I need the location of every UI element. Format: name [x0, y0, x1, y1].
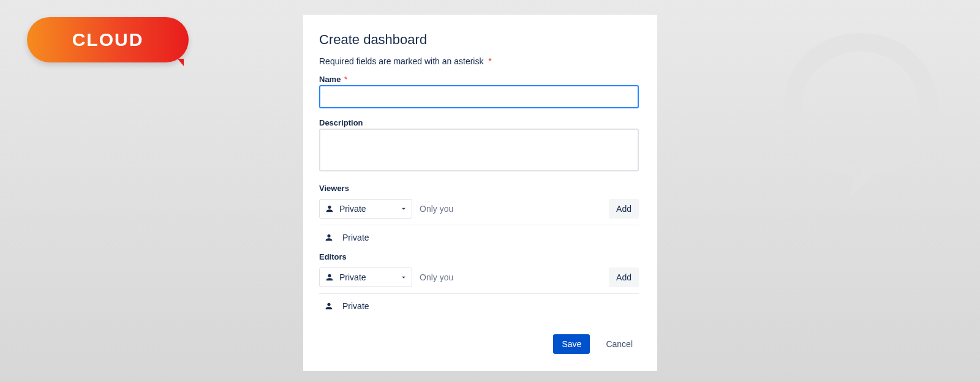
dialog-footer: Save Cancel	[319, 334, 639, 354]
person-icon	[325, 272, 334, 282]
save-button[interactable]: Save	[553, 334, 590, 354]
viewers-row: Private Only you Add	[319, 197, 639, 225]
editors-select[interactable]: Private	[319, 268, 412, 287]
editors-add-button[interactable]: Add	[609, 268, 639, 287]
viewers-listed-item: Private	[319, 225, 639, 249]
description-input[interactable]	[319, 129, 639, 171]
dialog-title: Create dashboard	[319, 32, 639, 48]
cloud-badge-text: CLOUD	[72, 29, 144, 50]
cancel-button[interactable]: Cancel	[600, 334, 639, 354]
viewers-listed-label: Private	[342, 233, 369, 242]
viewers-section-label: Viewers	[319, 184, 639, 193]
viewers-add-button[interactable]: Add	[609, 199, 639, 219]
viewers-select[interactable]: Private	[319, 199, 412, 219]
editors-section-label: Editors	[319, 252, 639, 261]
person-icon	[325, 204, 334, 214]
chat-bubble-watermark	[766, 18, 956, 202]
description-field-block: Description	[319, 118, 639, 174]
create-dashboard-dialog: Create dashboard Required fields are mar…	[303, 15, 657, 371]
asterisk-icon: *	[488, 56, 491, 66]
asterisk-icon: *	[344, 75, 347, 84]
name-field-block: Name *	[319, 75, 639, 108]
description-label: Description	[319, 118, 639, 127]
person-icon	[324, 233, 334, 242]
name-label-text: Name	[319, 75, 341, 84]
chevron-down-icon	[399, 200, 408, 218]
required-note: Required fields are marked with an aster…	[319, 56, 639, 66]
viewers-hint: Only you	[420, 204, 601, 214]
editors-select-value: Private	[339, 272, 407, 282]
person-icon	[324, 301, 334, 311]
name-label: Name *	[319, 75, 639, 84]
chevron-down-icon	[399, 268, 408, 286]
editors-listed-label: Private	[342, 301, 369, 311]
editors-row: Private Only you Add	[319, 265, 639, 294]
required-note-text: Required fields are marked with an aster…	[319, 56, 483, 66]
editors-listed-item: Private	[319, 294, 639, 317]
editors-hint: Only you	[420, 272, 601, 282]
cloud-badge: CLOUD	[27, 17, 189, 62]
viewers-select-value: Private	[339, 204, 407, 214]
name-input[interactable]	[319, 85, 639, 108]
